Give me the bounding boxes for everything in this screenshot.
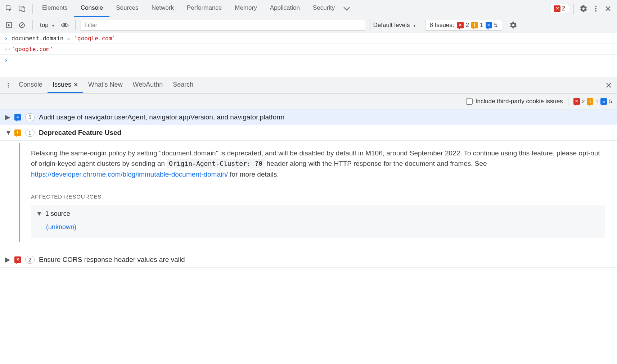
svg-point-3 [595, 6, 596, 7]
error-icon: ✕ [457, 22, 464, 28]
issues-list: ▶ ≡ 5 Audit usage of navigator.userAgent… [0, 109, 617, 268]
info-icon: ≡ [600, 98, 607, 105]
tab-memory[interactable]: Memory [228, 0, 263, 17]
inspect-element-icon[interactable] [4, 3, 14, 14]
svg-point-8 [64, 24, 66, 26]
issue-count: 5 [25, 113, 35, 121]
expand-caret-icon[interactable]: ▶ [5, 113, 10, 121]
drawer-tab-issues[interactable]: Issues ✕ [48, 77, 83, 93]
kebab-menu-icon[interactable] [590, 3, 601, 14]
close-devtools-icon[interactable] [603, 3, 613, 14]
console-prompt[interactable]: › [0, 55, 617, 66]
close-drawer-icon[interactable] [603, 80, 614, 91]
code-snippet: Origin-Agent-Cluster: ?0 [167, 159, 265, 168]
svg-point-10 [8, 85, 9, 86]
divider [32, 4, 33, 14]
tab-application[interactable]: Application [264, 0, 306, 17]
issue-title: Ensure CORS response header values are v… [39, 256, 185, 264]
issue-row[interactable]: ▶ ✕ 2 Ensure CORS response header values… [0, 252, 617, 268]
svg-point-11 [8, 86, 9, 87]
error-icon: ✕ [554, 5, 560, 12]
return-icon: ‹· [4, 46, 12, 53]
warning-icon: ! [14, 129, 21, 136]
tab-performance[interactable]: Performance [180, 0, 228, 17]
chevron-down-icon [50, 22, 55, 29]
prompt-icon: › [4, 35, 12, 42]
err-count: 2 [582, 99, 585, 104]
eye-icon[interactable] [59, 20, 70, 31]
device-toolbar-icon[interactable] [17, 3, 27, 14]
return-value: 'google.com' [12, 46, 53, 53]
collapse-caret-icon: ▼ [36, 209, 42, 219]
issue-count: 1 [25, 129, 35, 137]
svg-rect-2 [22, 7, 25, 12]
levels-label: Default levels [373, 22, 410, 29]
prompt-icon: › [4, 57, 12, 64]
error-count-badge[interactable]: ✕ 2 [550, 4, 569, 13]
tab-console[interactable]: Console [74, 0, 109, 17]
issue-count: 2 [25, 256, 35, 264]
console-settings-gear-icon[interactable] [508, 20, 519, 31]
source-toggle[interactable]: ▼ 1 source [36, 209, 600, 219]
source-link[interactable]: (unknown) [46, 222, 600, 232]
tab-network[interactable]: Network [145, 0, 180, 17]
console-output: › document.domain = 'google.com' ‹· 'goo… [0, 33, 617, 66]
divider [573, 4, 574, 14]
info-icon: ≡ [486, 22, 492, 28]
issue-description: Relaxing the same-origin policy by setti… [31, 148, 605, 179]
drawer-tab-label: Issues [53, 81, 71, 88]
issue-row[interactable]: ▼ ! 1 Deprecated Feature Used [0, 125, 617, 141]
error-icon: ✕ [573, 98, 580, 105]
warn-count: 1 [480, 22, 483, 29]
issues-summary[interactable]: 8 Issues: ✕2 !1 ≡5 [425, 20, 502, 31]
svg-point-5 [595, 10, 596, 12]
issues-label: 8 Issues: [430, 22, 454, 29]
issues-counts: ✕2 !1 ≡5 [573, 98, 612, 105]
source-count: 1 source [45, 209, 70, 219]
drawer-tab-webauthn[interactable]: WebAuthn [128, 77, 168, 93]
error-icon: ✕ [14, 256, 21, 263]
err-count: 2 [466, 22, 469, 29]
issue-detail: Relaxing the same-origin policy by setti… [19, 143, 612, 242]
error-count: 2 [562, 5, 565, 12]
context-selector[interactable]: top [38, 20, 57, 30]
expand-caret-icon[interactable]: ▶ [5, 255, 10, 264]
log-levels-selector[interactable]: Default levels [370, 20, 419, 30]
toggle-sidebar-icon[interactable] [4, 20, 14, 31]
issues-toolbar: Include third-party cookie issues ✕2 !1 … [0, 94, 617, 109]
drawer-tab-console[interactable]: Console [14, 77, 48, 93]
affected-resources-box: ▼ 1 source (unknown) [31, 205, 605, 238]
info-count: 5 [494, 22, 497, 29]
svg-point-9 [8, 83, 9, 84]
close-tab-icon[interactable]: ✕ [73, 81, 78, 88]
clear-console-icon[interactable] [17, 20, 27, 31]
devtools-main-toolbar: Elements Console Sources Network Perform… [0, 0, 617, 17]
more-tabs-icon[interactable] [341, 3, 352, 14]
filter-input[interactable] [81, 20, 365, 31]
chevron-down-icon [411, 22, 416, 29]
divider [32, 20, 33, 30]
issue-title: Deprecated Feature Used [39, 129, 121, 137]
settings-gear-icon[interactable] [578, 3, 589, 14]
doc-link[interactable]: https://developer.chrome.com/blog/immuta… [31, 170, 228, 178]
drawer-tab-search[interactable]: Search [168, 77, 198, 93]
warning-icon: ! [587, 98, 593, 105]
console-toolbar: top Default levels 8 Issues: ✕2 !1 ≡5 [0, 17, 617, 33]
drawer-tab-whatsnew[interactable]: What's New [83, 77, 127, 93]
tab-sources[interactable]: Sources [109, 0, 145, 17]
include-third-party-checkbox[interactable]: Include third-party cookie issues [466, 98, 563, 105]
drawer-kebab-icon[interactable] [3, 80, 14, 91]
info-icon: ≡ [14, 114, 21, 120]
code: document.domain = 'google.com' [12, 35, 116, 42]
main-tabs: Elements Console Sources Network Perform… [36, 0, 352, 17]
tab-elements[interactable]: Elements [36, 0, 74, 17]
console-input-line[interactable]: › document.domain = 'google.com' [0, 33, 617, 44]
collapse-caret-icon[interactable]: ▼ [5, 129, 10, 137]
console-return-line[interactable]: ‹· 'google.com' [0, 44, 617, 55]
tab-security[interactable]: Security [306, 0, 341, 17]
drawer-tabs: Console Issues ✕ What's New WebAuthn Sea… [0, 77, 617, 94]
issue-row[interactable]: ▶ ≡ 5 Audit usage of navigator.userAgent… [0, 109, 617, 125]
svg-point-4 [595, 8, 596, 9]
checkbox[interactable] [466, 98, 473, 105]
affected-resources-header: AFFECTED RESOURCES [31, 192, 605, 201]
